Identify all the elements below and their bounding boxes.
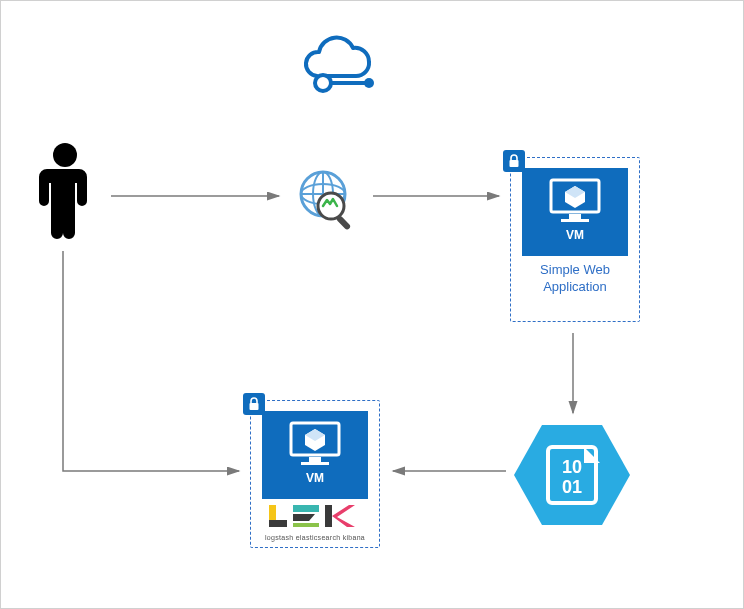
vm-monitor-icon bbox=[285, 419, 345, 469]
lock-icon bbox=[503, 150, 525, 172]
vm-tile-label: VM bbox=[566, 228, 584, 242]
elk-vm-group: VM logstash elasticsearch kibana bbox=[250, 400, 380, 548]
svg-rect-15 bbox=[250, 403, 259, 410]
caption-line: Simple Web bbox=[540, 262, 610, 277]
svg-rect-24 bbox=[325, 505, 332, 527]
svg-rect-10 bbox=[336, 215, 352, 231]
svg-rect-13 bbox=[569, 214, 581, 219]
svg-rect-17 bbox=[309, 457, 321, 462]
user-icon bbox=[35, 141, 95, 241]
svg-rect-18 bbox=[301, 462, 329, 465]
vm-tile: VM bbox=[522, 168, 628, 256]
vm-monitor-icon bbox=[545, 176, 605, 226]
svg-rect-23 bbox=[293, 523, 319, 527]
arrow-user-to-elk bbox=[63, 251, 239, 471]
svg-rect-14 bbox=[561, 219, 589, 222]
svg-marker-25 bbox=[332, 505, 355, 527]
lek-logo: logstash elasticsearch kibana bbox=[257, 503, 373, 541]
azure-cloud-icon bbox=[287, 31, 383, 101]
lek-subtext: logstash elasticsearch kibana bbox=[265, 534, 365, 541]
vm-tile-label: VM bbox=[306, 471, 324, 485]
app-vm-caption: Simple Web Application bbox=[517, 262, 633, 296]
svg-marker-22 bbox=[293, 514, 315, 521]
data-hexagon: 10 01 bbox=[512, 423, 632, 527]
architecture-diagram: VM Simple Web Application VM bbox=[0, 0, 744, 609]
hex-row1: 10 bbox=[562, 457, 582, 477]
hex-row2: 01 bbox=[562, 477, 582, 497]
vm-tile: VM bbox=[262, 411, 368, 499]
svg-point-3 bbox=[53, 143, 77, 167]
lock-icon bbox=[243, 393, 265, 415]
caption-line: Application bbox=[543, 279, 607, 294]
web-monitor-icon bbox=[293, 166, 363, 236]
svg-rect-11 bbox=[510, 160, 519, 167]
app-vm-group: VM Simple Web Application bbox=[510, 157, 640, 322]
svg-point-0 bbox=[315, 75, 331, 91]
svg-point-2 bbox=[364, 78, 374, 88]
svg-rect-21 bbox=[293, 505, 319, 512]
svg-rect-20 bbox=[269, 520, 287, 527]
